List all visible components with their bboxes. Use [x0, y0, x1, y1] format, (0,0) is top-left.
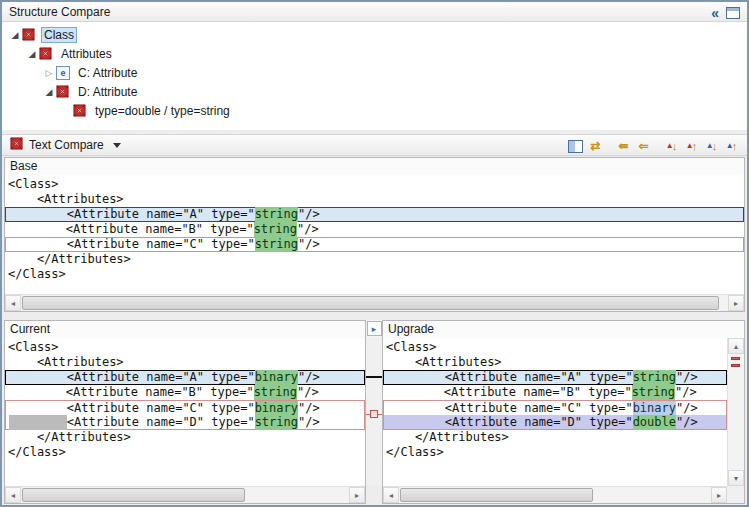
- upgrade-code-area[interactable]: <Class> <Attributes> <Attribute name="A"…: [383, 338, 727, 486]
- code-line[interactable]: <Attribute name="B" type="string"/>: [5, 222, 744, 237]
- current-horizontal-scrollbar[interactable]: [5, 486, 365, 503]
- code-line[interactable]: <Attribute name="D" type="double"/>: [383, 415, 727, 430]
- structure-tree[interactable]: ◢Class◢Attributes▷eC: Attribute◢D: Attri…: [2, 22, 747, 130]
- code-line[interactable]: <Attributes>: [5, 355, 365, 370]
- upgrade-pane-label: Upgrade: [383, 321, 744, 339]
- code-line[interactable]: <Attribute name="C" type="binary"/>: [5, 400, 365, 415]
- scroll-up-button[interactable]: [728, 338, 744, 354]
- code-line[interactable]: <Attribute name="B" type="string"/>: [5, 385, 365, 400]
- tree-expander-icon[interactable]: ◢: [25, 49, 39, 59]
- code-token: <Class>: [8, 177, 59, 192]
- current-pane-label: Current: [5, 321, 365, 339]
- tree-item[interactable]: ◢Attributes: [2, 44, 747, 63]
- text-compare-title: Text Compare: [29, 138, 104, 152]
- code-token: <Class>: [8, 340, 59, 355]
- scroll-right-button[interactable]: [728, 295, 744, 311]
- code-token: </Class>: [8, 445, 66, 460]
- collapse-panel-icon[interactable]: [711, 5, 719, 21]
- code-token: binary: [255, 401, 298, 416]
- tree-item-label: C: Attribute: [75, 65, 140, 81]
- copy-current-change-icon[interactable]: ⇐: [634, 137, 653, 155]
- tree-item[interactable]: ◢Class: [2, 25, 747, 44]
- code-token: <Attribute name="D" type=": [387, 415, 633, 430]
- code-line[interactable]: <Attribute name="A" type="string"/>: [5, 207, 744, 222]
- next-difference-icon[interactable]: ▲↓: [662, 137, 681, 155]
- layout-icon[interactable]: [566, 137, 585, 155]
- code-token: </Attributes>: [8, 430, 131, 445]
- base-horizontal-scrollbar[interactable]: [5, 294, 744, 311]
- code-token: <Attribute name="C" type=": [9, 401, 255, 416]
- current-code-area[interactable]: <Class> <Attributes> <Attribute name="A"…: [5, 338, 365, 486]
- tree-expander-icon[interactable]: ◢: [42, 87, 56, 97]
- base-pane-label: Base: [5, 158, 744, 176]
- structure-compare-header: Structure Compare: [2, 2, 747, 22]
- code-line[interactable]: </Attributes>: [5, 430, 365, 445]
- scroll-left-button[interactable]: [5, 487, 21, 503]
- code-line[interactable]: <Attribute name="D" type="string"/>: [5, 415, 365, 430]
- upgrade-pane: Upgrade <Class> <Attributes> <Attribute …: [382, 320, 745, 504]
- code-line[interactable]: <Class>: [5, 177, 744, 192]
- tree-item[interactable]: ▷eC: Attribute: [2, 63, 747, 82]
- tree-item[interactable]: ◢D: Attribute: [2, 82, 747, 101]
- code-line[interactable]: </Attributes>: [383, 430, 727, 445]
- diff-connector-handle[interactable]: [370, 410, 378, 418]
- code-token: "/>: [297, 385, 319, 400]
- code-line[interactable]: <Class>: [5, 340, 365, 355]
- chevron-down-icon[interactable]: [113, 143, 121, 148]
- code-line[interactable]: <Attribute name="C" type="string"/>: [5, 237, 744, 252]
- tree-expander-icon[interactable]: ▷: [42, 68, 56, 78]
- scroll-left-button[interactable]: [5, 295, 21, 311]
- code-line[interactable]: </Class>: [5, 267, 744, 282]
- swap-panes-icon[interactable]: ⇄: [586, 137, 605, 155]
- copy-change-button[interactable]: [367, 321, 382, 336]
- code-line[interactable]: <Attribute name="B" type="string"/>: [383, 385, 727, 400]
- code-line[interactable]: <Attribute name="A" type="string"/>: [383, 370, 727, 385]
- upgrade-horizontal-scrollbar[interactable]: [383, 486, 727, 503]
- tree-item-label: Attributes: [58, 46, 115, 62]
- code-token: double: [633, 415, 676, 430]
- code-line[interactable]: </Class>: [5, 445, 365, 460]
- diff-marker-icon: [10, 137, 23, 153]
- copy-all-changes-icon[interactable]: ⇚: [614, 137, 633, 155]
- code-token: </Class>: [8, 267, 66, 282]
- scroll-thumb[interactable]: [22, 488, 245, 502]
- tree-item-label: Class: [41, 27, 77, 43]
- scroll-down-button[interactable]: [728, 470, 744, 486]
- scroll-left-button[interactable]: [383, 487, 399, 503]
- code-line[interactable]: <Attributes>: [5, 192, 744, 207]
- diff-marker-icon: [39, 47, 55, 61]
- code-token: <Attribute name="A" type=": [387, 370, 633, 385]
- code-token: <Attributes>: [8, 192, 124, 207]
- diff-overview-mark[interactable]: [731, 364, 740, 367]
- code-line[interactable]: </Class>: [383, 445, 727, 460]
- code-line[interactable]: <Class>: [383, 340, 727, 355]
- diff-gutter-header: [366, 320, 382, 337]
- scroll-thumb[interactable]: [400, 488, 593, 502]
- compare-toolbar: ⇄⇚⇐▲↓▲↑▲↓▲↑: [565, 136, 741, 156]
- code-token: [9, 415, 67, 430]
- code-line[interactable]: </Attributes>: [5, 252, 744, 267]
- tree-expander-icon[interactable]: ◢: [8, 30, 22, 40]
- previous-change-icon[interactable]: ▲↑: [722, 137, 741, 155]
- code-token: binary: [255, 370, 298, 385]
- base-code-area[interactable]: <Class> <Attributes> <Attribute name="A"…: [5, 175, 744, 294]
- code-token: "/>: [297, 222, 319, 237]
- code-token: "/>: [298, 415, 320, 430]
- structure-compare-title: Structure Compare: [9, 5, 110, 19]
- tree-item[interactable]: type=double / type=string: [2, 101, 747, 120]
- previous-difference-icon[interactable]: ▲↑: [682, 137, 701, 155]
- maximize-panel-icon[interactable]: [726, 7, 740, 19]
- code-token: </Class>: [386, 445, 444, 460]
- scroll-thumb[interactable]: [22, 296, 719, 310]
- code-token: string: [254, 385, 297, 400]
- diff-overview-mark[interactable]: [731, 357, 740, 360]
- scroll-right-button[interactable]: [711, 487, 727, 503]
- vertical-scrollbar[interactable]: [727, 338, 744, 486]
- code-line[interactable]: <Attribute name="A" type="binary"/>: [5, 370, 365, 385]
- scroll-right-button[interactable]: [349, 487, 365, 503]
- code-token: "/>: [298, 207, 320, 222]
- code-line[interactable]: <Attributes>: [383, 355, 727, 370]
- next-change-icon[interactable]: ▲↓: [702, 137, 721, 155]
- code-line[interactable]: <Attribute name="C" type="binary"/>: [383, 400, 727, 415]
- code-token: "/>: [298, 401, 320, 416]
